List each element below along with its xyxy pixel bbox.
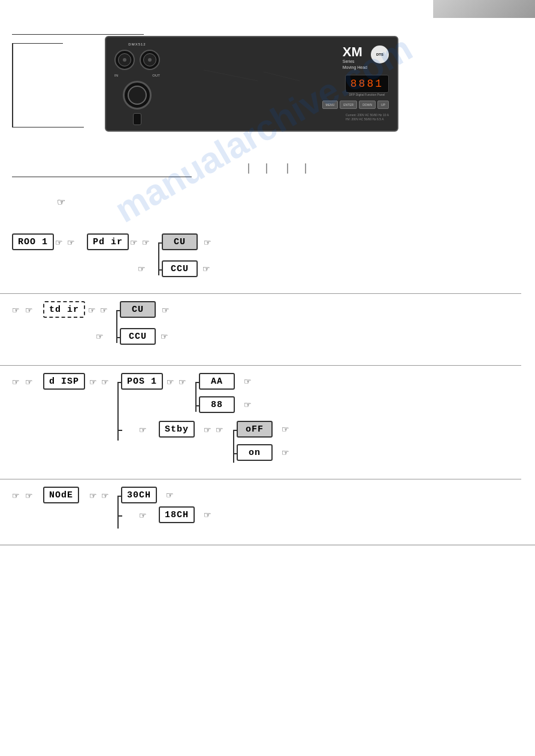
stby-vline bbox=[233, 430, 234, 463]
pdir-ccu-right-arrow: ☞ bbox=[202, 264, 210, 274]
page: DMX512 IN OUT bbox=[0, 0, 535, 756]
on-label: on bbox=[237, 444, 273, 461]
disp-section-div bbox=[0, 365, 521, 366]
pos1-arrow-2: ☞ bbox=[179, 377, 186, 387]
mini-connector bbox=[133, 113, 141, 125]
menu-button[interactable]: MENU bbox=[322, 101, 338, 109]
stby-arrow-2: ☞ bbox=[216, 425, 223, 435]
disp-box: d ISP bbox=[43, 373, 85, 390]
brand-text: XM Series Moving Head bbox=[343, 45, 367, 71]
xlr-in-connector bbox=[114, 50, 135, 70]
node-left-arrow-1: ☞ bbox=[12, 491, 20, 500]
page-tab bbox=[433, 0, 535, 18]
root-box: ROO 1 bbox=[12, 233, 54, 250]
bottom-rule bbox=[0, 545, 535, 545]
disp-left-arrow-2: ☞ bbox=[25, 377, 33, 387]
18ch-label: 18CH bbox=[159, 506, 195, 523]
tdir-cu-label: CU bbox=[120, 301, 156, 318]
in-out-label: IN OUT bbox=[114, 74, 160, 77]
tdir-label: td ir bbox=[43, 301, 85, 318]
node-left-arrow-2: ☞ bbox=[25, 491, 33, 500]
up-button[interactable]: UP bbox=[377, 101, 389, 109]
node-vline bbox=[117, 496, 119, 529]
tdir-section-div bbox=[0, 293, 521, 294]
bracket-top bbox=[12, 43, 13, 91]
spec-line-1: Current: 230V AC 50/60 Hz 10 A bbox=[346, 113, 389, 118]
aa-box: AA ☞ bbox=[199, 373, 235, 390]
pos1-box: POS 1 bbox=[121, 373, 163, 390]
below-device-rule bbox=[12, 177, 192, 177]
root-arrow-1: ☞ bbox=[55, 238, 63, 247]
bracket-top-h bbox=[12, 43, 63, 44]
ccu-label: CCU bbox=[162, 260, 198, 277]
xlr-connectors bbox=[114, 50, 160, 70]
node-hline-30ch bbox=[117, 496, 122, 497]
pos1-vline bbox=[195, 382, 197, 412]
tdir-hline-cu bbox=[116, 310, 121, 311]
dmx-label: DMX512 bbox=[128, 42, 146, 46]
xm-series: Series Moving Head bbox=[343, 59, 367, 71]
xm-title: XM bbox=[343, 45, 367, 59]
tdir-cu-right-arrow: ☞ bbox=[162, 305, 170, 315]
stby-arrow-1: ☞ bbox=[204, 425, 211, 435]
on-right-arrow: ☞ bbox=[282, 448, 289, 457]
30ch-right-arrow: ☞ bbox=[166, 490, 174, 500]
off-box: oFF ☞ bbox=[237, 421, 273, 438]
dfp-label: DFP Digital Function Panel bbox=[345, 93, 389, 96]
pos1-label: POS 1 bbox=[121, 373, 163, 390]
tdir-arrow-1: ☞ bbox=[88, 305, 96, 315]
node-arrow-2: ☞ bbox=[101, 491, 109, 500]
stby-hline-on bbox=[233, 453, 238, 454]
bracket-bottom bbox=[12, 91, 13, 127]
root-label-box: ROO 1 bbox=[12, 233, 54, 250]
on-box: on ☞ bbox=[237, 444, 273, 461]
off-label: oFF bbox=[237, 421, 273, 438]
bracket-bottom-h bbox=[12, 127, 84, 127]
menu-note: ☞ bbox=[57, 196, 65, 208]
power-connector bbox=[123, 81, 152, 110]
18ch-indent-arrow: ☞ bbox=[139, 511, 147, 520]
spec-area: Current: 230V AC 50/60 Hz 10 A HV: 200V … bbox=[346, 113, 389, 122]
tdir-ccu-right-arrow: ☞ bbox=[161, 332, 168, 341]
note-arrow-icon: ☞ bbox=[57, 196, 65, 208]
disp-arrow-2: ☞ bbox=[101, 377, 109, 387]
stby-indent-arrow: ☞ bbox=[139, 425, 147, 435]
aa-label: AA bbox=[199, 373, 235, 390]
xlr-in-inner bbox=[118, 53, 131, 66]
tdir-ccu-indent-arrow: ☞ bbox=[96, 332, 104, 341]
power-connector-inner bbox=[128, 86, 147, 105]
aa-right-arrow: ☞ bbox=[244, 377, 252, 386]
pdir-box: Pd ir bbox=[87, 233, 129, 250]
enter-button[interactable]: ENTER bbox=[340, 101, 357, 109]
off-right-arrow: ☞ bbox=[282, 424, 289, 434]
30ch-label: 30CH bbox=[121, 487, 157, 503]
30ch-box: 30CH ☞ bbox=[121, 487, 157, 503]
led-display: 8881 bbox=[345, 75, 389, 93]
disp-hline-stby bbox=[117, 430, 122, 431]
pdir-arrow-2: ☞ bbox=[142, 238, 150, 247]
device-panel: DMX512 IN OUT bbox=[105, 36, 398, 132]
device-right-section: XM Series Moving Head DTS 8881 DFP Digit… bbox=[168, 43, 389, 125]
stby-label: Stby bbox=[159, 421, 195, 438]
tdir-arrow-2: ☞ bbox=[100, 305, 108, 315]
tdir-ccu-label: CCU bbox=[120, 328, 156, 345]
stby-box: Stby bbox=[159, 421, 195, 438]
18ch-box: 18CH ☞ bbox=[159, 506, 195, 523]
pdir-label: Pd ir bbox=[87, 233, 129, 250]
tdir-cu-box: CU bbox=[120, 301, 156, 318]
bb-label: 88 bbox=[199, 396, 235, 413]
disp-label: d ISP bbox=[43, 373, 85, 390]
tdir-ccu-row: ☞ CCU ☞ bbox=[120, 328, 168, 345]
pdir-hline-ccu bbox=[158, 269, 163, 271]
tdir-hline-ccu bbox=[116, 337, 121, 338]
pdir-arrow-1: ☞ bbox=[130, 238, 138, 247]
disp-hline-pos1 bbox=[117, 382, 122, 383]
node-arrow-1: ☞ bbox=[89, 491, 97, 500]
xlr-out-inner bbox=[143, 53, 156, 66]
control-buttons: MENU ENTER DOWN UP bbox=[322, 101, 389, 109]
tdir-box: td ir bbox=[43, 301, 85, 318]
stby-hline-off bbox=[233, 430, 238, 431]
pdir-hline-cu bbox=[158, 242, 163, 244]
down-button[interactable]: DOWN bbox=[359, 101, 376, 109]
pos1-arrow-1: ☞ bbox=[167, 377, 174, 387]
